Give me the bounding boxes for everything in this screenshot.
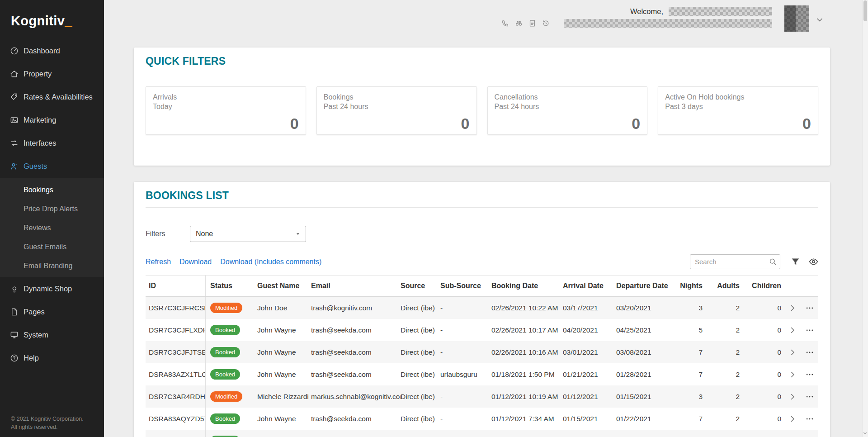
bookings-list-title: BOOKINGS LIST (146, 182, 818, 202)
col-header-departure-date[interactable]: Departure Date (616, 282, 676, 290)
row-expand-chevron-right-icon[interactable] (788, 370, 797, 379)
sidebar-subitem-email-branding[interactable]: Email Branding (0, 256, 104, 276)
column-visibility-eye-icon[interactable] (809, 257, 818, 266)
row-actions-ellipsis-icon[interactable] (805, 370, 814, 379)
phone-icon[interactable] (501, 19, 509, 27)
arrival-date: 03/17/2021 (563, 304, 616, 312)
sidebar-item-dynamic-shop[interactable]: Dynamic Shop (0, 277, 104, 300)
sidebar-item-dashboard[interactable]: Dashboard (0, 39, 104, 62)
guest-name: John Wayne (257, 370, 311, 379)
search-icon[interactable] (769, 257, 777, 266)
row-expand-chevron-right-icon[interactable] (788, 304, 797, 312)
scrollbar-thumb[interactable] (863, 0, 867, 21)
col-header-children[interactable]: Children (742, 282, 784, 290)
sidebar-item-pages[interactable]: Pages (0, 300, 104, 323)
table-row[interactable]: DSRA83AZX1TLO Booked John Wayne trash@se… (146, 363, 818, 385)
sidebar-item-label: Guests (24, 162, 47, 171)
col-header-sub-source[interactable]: Sub-Source (440, 282, 491, 290)
sidebar-item-marketing[interactable]: Marketing (0, 109, 104, 132)
stat-card-on-hold[interactable]: Active On Hold bookings Past 3 days 0 (658, 86, 818, 135)
welcome-label: Welcome, (630, 7, 663, 16)
col-header-nights[interactable]: Nights (676, 282, 705, 290)
booking-date: 02/26/2021 10:17 AM (491, 326, 563, 334)
guests-icon (10, 162, 19, 171)
row-expand-chevron-right-icon[interactable] (788, 415, 797, 423)
user-menu-chevron-down-icon[interactable] (815, 15, 824, 24)
sidebar-item-label: Interfaces (24, 139, 56, 147)
col-header-adults[interactable]: Adults (705, 282, 742, 290)
stat-title: Bookings (324, 92, 470, 102)
binoculars-icon[interactable] (515, 19, 523, 27)
download-link[interactable]: Download (179, 258, 212, 266)
document-icon[interactable] (528, 19, 536, 27)
kognitiv-logo[interactable]: Kognitiv_ (0, 0, 104, 39)
stat-card-bookings[interactable]: Bookings Past 24 hours 0 (316, 86, 477, 135)
sub-source: - (440, 393, 491, 401)
stat-subtitle: Today (153, 102, 299, 111)
redacted-username (669, 7, 772, 16)
row-expand-chevron-right-icon[interactable] (788, 393, 797, 401)
table-row[interactable]: DSR0B2226Z7BVK Booked John Wayne trash@s… (146, 430, 818, 437)
download-comments-link[interactable]: Download (Includes comments) (220, 258, 321, 266)
stat-value: 0 (802, 115, 811, 133)
header-icons-row (501, 19, 772, 28)
table-row[interactable]: DSRA83AQYZD57 Booked John Wayne trash@se… (146, 408, 818, 430)
row-expand-chevron-right-icon[interactable] (788, 326, 797, 334)
sidebar-item-interfaces[interactable]: Interfaces (0, 132, 104, 155)
sidebar-item-property[interactable]: Property (0, 62, 104, 86)
sidebar-item-help[interactable]: Help (0, 347, 104, 370)
children: 0 (742, 348, 784, 356)
search-input[interactable] (690, 254, 780, 269)
booking-date: 02/26/2021 10:22 AM (491, 304, 563, 312)
col-header-status[interactable]: Status (206, 282, 257, 290)
departure-date: 03/20/2021 (616, 304, 676, 312)
scrollbar-down-chevron-icon[interactable] (863, 431, 868, 436)
property-icon (10, 70, 19, 78)
row-actions-ellipsis-icon[interactable] (805, 326, 814, 335)
col-header-booking-date[interactable]: Booking Date (491, 282, 563, 290)
source: Direct (ibe) (401, 348, 440, 356)
vertical-scrollbar[interactable] (862, 0, 868, 437)
booking-date: 02/26/2021 10:16 AM (491, 348, 563, 356)
avatar[interactable] (784, 5, 809, 32)
sidebar-subitem-guest-emails[interactable]: Guest Emails (0, 238, 104, 256)
search-box (690, 254, 780, 269)
table-row[interactable]: DSR7C3AR4RDHI Modified Michele Rizzardi … (146, 385, 818, 408)
col-header-source[interactable]: Source (401, 282, 440, 290)
table-body: DSR7C3CJFRCSF Modified John Doe trash@ko… (146, 297, 818, 437)
booking-date: 01/12/2021 7:34 AM (491, 415, 563, 423)
history-icon[interactable] (542, 19, 550, 27)
col-header-arrival-date[interactable]: Arrival Date (563, 282, 616, 290)
welcome-row: Welcome, (630, 7, 772, 16)
col-header-email[interactable]: Email (311, 282, 401, 290)
stat-card-arrivals[interactable]: Arrivals Today 0 (146, 86, 306, 135)
sidebar-item-guests[interactable]: Guests (0, 155, 104, 178)
nights: 5 (676, 326, 705, 334)
source: Direct (ibe) (401, 415, 440, 423)
guest-name: John Wayne (257, 348, 311, 356)
arrival-date: 01/15/2021 (563, 415, 616, 423)
table-row[interactable]: DSR7C3CJFLXDH Booked John Wayne trash@se… (146, 319, 818, 341)
col-header-id[interactable]: ID (146, 276, 206, 296)
col-header-guest-name[interactable]: Guest Name (257, 282, 311, 290)
row-expand-chevron-right-icon[interactable] (788, 348, 797, 356)
filter-funnel-icon[interactable] (791, 257, 800, 266)
sidebar-item-system[interactable]: System (0, 323, 104, 347)
table-row[interactable]: DSR7C3CJFJTSE Booked John Wayne trash@se… (146, 341, 818, 363)
redacted-property-selector[interactable] (564, 19, 772, 28)
filters-dropdown[interactable]: None (190, 226, 306, 242)
refresh-link[interactable]: Refresh (146, 258, 171, 266)
stat-card-cancellations[interactable]: Cancellations Past 24 hours 0 (487, 86, 648, 135)
sidebar-item-rates[interactable]: Rates & Availabilities (0, 86, 104, 109)
guest-email: trash@seekda.com (311, 415, 401, 423)
guest-email: trash@seekda.com (311, 370, 401, 379)
logo-accent: _ (65, 14, 72, 28)
sidebar-subitem-bookings[interactable]: Bookings (0, 180, 104, 200)
row-actions-ellipsis-icon[interactable] (805, 392, 814, 401)
table-row[interactable]: DSR7C3CJFRCSF Modified John Doe trash@ko… (146, 297, 818, 319)
sidebar-subitem-reviews[interactable]: Reviews (0, 218, 104, 238)
sidebar-subitem-price-drop-alerts[interactable]: Price Drop Alerts (0, 200, 104, 218)
row-actions-ellipsis-icon[interactable] (805, 304, 814, 313)
row-actions-ellipsis-icon[interactable] (805, 414, 814, 423)
row-actions-ellipsis-icon[interactable] (805, 348, 814, 357)
